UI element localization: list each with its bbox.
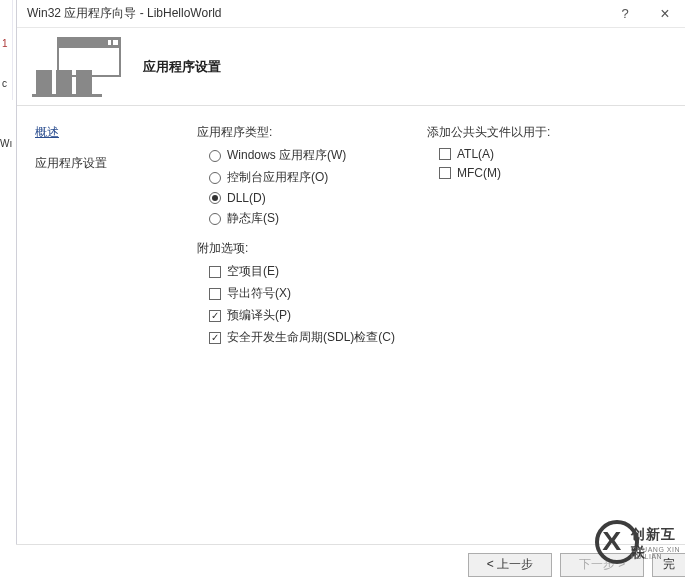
button-row: < 上一步 下一步 > 完 bbox=[16, 544, 685, 584]
svg-rect-3 bbox=[113, 40, 118, 45]
sidebar-item-overview[interactable]: 概述 bbox=[35, 124, 187, 141]
check-precompiled-header[interactable]: 预编译头(P) bbox=[197, 307, 427, 324]
radio-label: 静态库(S) bbox=[227, 210, 279, 227]
svg-rect-2 bbox=[108, 40, 111, 45]
close-button[interactable]: × bbox=[645, 0, 685, 28]
radio-label: 控制台应用程序(O) bbox=[227, 169, 328, 186]
content-area: 应用程序类型: Windows 应用程序(W) 控制台应用程序(O) DLL(D… bbox=[187, 106, 685, 544]
checkbox-icon bbox=[209, 310, 221, 322]
radio-dll[interactable]: DLL(D) bbox=[197, 191, 427, 205]
check-atl[interactable]: ATL(A) bbox=[427, 147, 675, 161]
help-button[interactable]: ? bbox=[605, 0, 645, 28]
radio-icon bbox=[209, 172, 221, 184]
next-button[interactable]: 下一步 > bbox=[560, 553, 644, 577]
banner-title: 应用程序设置 bbox=[143, 58, 221, 76]
prev-button[interactable]: < 上一步 bbox=[468, 553, 552, 577]
wizard-dialog: Win32 应用程序向导 - LibHelloWorld ? × 应用程序设置 … bbox=[16, 0, 685, 584]
radio-label: Windows 应用程序(W) bbox=[227, 147, 346, 164]
check-label: 安全开发生命周期(SDL)检查(C) bbox=[227, 329, 395, 346]
checkbox-icon bbox=[209, 332, 221, 344]
titlebar: Win32 应用程序向导 - LibHelloWorld ? × bbox=[17, 0, 685, 28]
wizard-icon bbox=[27, 33, 127, 101]
gutter-fragment: Wı bbox=[0, 138, 12, 149]
radio-icon bbox=[209, 213, 221, 225]
check-label: 导出符号(X) bbox=[227, 285, 291, 302]
sidebar-item-settings[interactable]: 应用程序设置 bbox=[35, 155, 187, 172]
svg-rect-5 bbox=[56, 70, 72, 94]
apptype-title: 应用程序类型: bbox=[197, 124, 427, 141]
checkbox-icon bbox=[439, 148, 451, 160]
radio-icon bbox=[209, 150, 221, 162]
gutter-fragment: 1 bbox=[2, 38, 8, 49]
additional-title: 附加选项: bbox=[197, 240, 427, 257]
checkbox-icon bbox=[439, 167, 451, 179]
svg-rect-7 bbox=[32, 94, 102, 97]
radio-label: DLL(D) bbox=[227, 191, 266, 205]
svg-rect-6 bbox=[76, 70, 92, 94]
radio-icon bbox=[209, 192, 221, 204]
editor-gutter: 1 c Wı bbox=[0, 0, 16, 584]
checkbox-icon bbox=[209, 288, 221, 300]
check-label: 预编译头(P) bbox=[227, 307, 291, 324]
checkbox-icon bbox=[209, 266, 221, 278]
svg-rect-4 bbox=[36, 70, 52, 94]
radio-windows-app[interactable]: Windows 应用程序(W) bbox=[197, 147, 427, 164]
check-sdl[interactable]: 安全开发生命周期(SDL)检查(C) bbox=[197, 329, 427, 346]
check-empty-project[interactable]: 空项目(E) bbox=[197, 263, 427, 280]
sidebar: 概述 应用程序设置 bbox=[17, 106, 187, 544]
gutter-fragment: c bbox=[2, 78, 7, 89]
radio-static-lib[interactable]: 静态库(S) bbox=[197, 210, 427, 227]
banner: 应用程序设置 bbox=[17, 28, 685, 106]
window-title: Win32 应用程序向导 - LibHelloWorld bbox=[27, 5, 605, 22]
check-export-symbols[interactable]: 导出符号(X) bbox=[197, 285, 427, 302]
check-label: ATL(A) bbox=[457, 147, 494, 161]
finish-button[interactable]: 完 bbox=[652, 553, 685, 577]
radio-console-app[interactable]: 控制台应用程序(O) bbox=[197, 169, 427, 186]
check-label: 空项目(E) bbox=[227, 263, 279, 280]
check-label: MFC(M) bbox=[457, 166, 501, 180]
check-mfc[interactable]: MFC(M) bbox=[427, 166, 675, 180]
headers-title: 添加公共头文件以用于: bbox=[427, 124, 675, 141]
